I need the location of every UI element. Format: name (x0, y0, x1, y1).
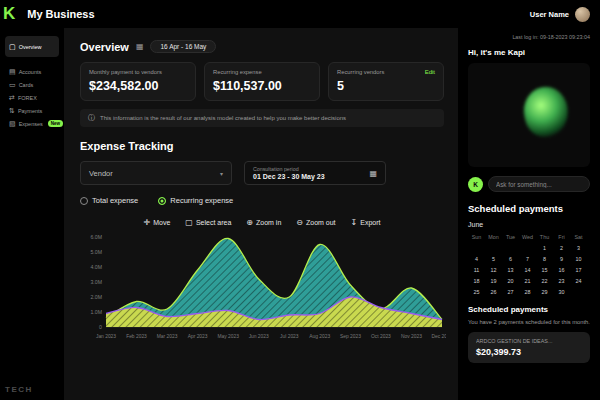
y-tick-label: 2.0M (90, 294, 102, 300)
move-icon: ✛ (143, 218, 150, 227)
y-tick-label: 4.0M (90, 264, 102, 270)
radio-recurring-expense[interactable]: Recurring expense (158, 196, 233, 205)
calendar-day[interactable]: 20 (502, 275, 519, 286)
vendor-select-value: Vendor (89, 169, 113, 178)
scheduled-payments-summary: You have 2 payments scheduled for this m… (468, 318, 590, 326)
calendar-day[interactable]: 9 (553, 253, 570, 264)
stat-label: Recurring vendors (337, 69, 384, 75)
calendar-day[interactable]: 5 (485, 253, 502, 264)
x-tick-label: Jul 2023 (280, 334, 299, 339)
calendar-day[interactable]: 24 (570, 275, 587, 286)
payment-card[interactable]: ARDCO GESTION DE IDEAS... $20,399.73 (468, 332, 590, 363)
x-tick-label: Jun 2023 (249, 334, 269, 339)
calendar-day[interactable]: 27 (502, 286, 519, 297)
zoom-in-button[interactable]: ⊕Zoom in (246, 218, 281, 227)
ask-kapi-input[interactable] (488, 176, 590, 192)
calendar-day[interactable]: 13 (502, 264, 519, 275)
calendar-day[interactable]: 26 (485, 286, 502, 297)
sidebar-item-label: Cards (19, 82, 34, 88)
brand-logo-icon: K (3, 4, 15, 24)
page-title: My Business (27, 8, 94, 20)
y-tick-label: 1.0M (90, 309, 102, 315)
radio-total-expense[interactable]: Total expense (80, 196, 138, 205)
calendar-week-row: 45678910 (468, 253, 590, 264)
calendar-day[interactable]: 12 (485, 264, 502, 275)
calendar-day[interactable]: 8 (536, 253, 553, 264)
zoom-out-button[interactable]: ⊖Zoom out (296, 218, 335, 227)
export-button[interactable]: ↧Export (351, 218, 381, 227)
calendar-icon[interactable]: ▦ (369, 169, 377, 178)
radio-circle-icon (158, 197, 166, 205)
calendar-day[interactable]: 7 (519, 253, 536, 264)
radio-total-label: Total expense (92, 196, 138, 205)
user-avatar[interactable] (575, 7, 590, 22)
stat-cards-row: Monthly payment to vendors$234,582.00Rec… (80, 62, 444, 101)
calendar-day-header: Sun (468, 231, 485, 242)
calendar-day-header: Fri (553, 231, 570, 242)
calendar-day[interactable]: 21 (519, 275, 536, 286)
stat-card-header: Recurring expense (213, 69, 311, 75)
calendar-day[interactable]: 23 (553, 275, 570, 286)
chart-toolbar: ✛Move▢Select area⊕Zoom in⊖Zoom out↧Expor… (80, 218, 444, 227)
calendar-day[interactable]: 18 (468, 275, 485, 286)
overview-title: Overview (80, 41, 129, 53)
sidebar-item-cards[interactable]: ▭Cards (5, 78, 59, 91)
calendar-day[interactable]: 14 (519, 264, 536, 275)
expense-chart-svg[interactable]: 01.0M2.0M3.0M4.0M5.0M6.0MJan 2023Feb 202… (80, 231, 446, 353)
last-login-text: Last log in: 09-18-2023 09:23:04 (468, 34, 590, 40)
calendar-day[interactable]: 16 (553, 264, 570, 275)
calendar-day[interactable]: 30 (553, 286, 570, 297)
sidebar-item-expenses[interactable]: ▧ExpensesNew (5, 117, 59, 130)
calendar-day[interactable]: 1 (536, 242, 553, 253)
expense-chart[interactable]: 01.0M2.0M3.0M4.0M5.0M6.0MJan 2023Feb 202… (80, 231, 444, 357)
calendar-day[interactable]: 10 (570, 253, 587, 264)
move-button[interactable]: ✛Move (143, 218, 170, 227)
user-name: User Name (530, 10, 569, 19)
select-area-button[interactable]: ▢Select area (185, 218, 231, 227)
calendar-day[interactable]: 3 (570, 242, 587, 253)
calendar-day[interactable]: 28 (519, 286, 536, 297)
sidebar-item-overview[interactable]: ▢Overview (5, 36, 59, 57)
calendar-icon[interactable]: ▦ (136, 42, 144, 51)
edit-link[interactable]: Edit (425, 69, 435, 75)
sidebar-item-payments[interactable]: ⇅Payments (5, 104, 59, 117)
y-tick-label: 3.0M (90, 279, 102, 285)
tool-label: Move (153, 219, 170, 226)
calendar-day-header: Wed (519, 231, 536, 242)
expense-tracking-title: Expense Tracking (80, 140, 444, 152)
radio-recurring-label: Recurring expense (170, 196, 233, 205)
calendar-week-row: 123 (468, 242, 590, 253)
cards-icon: ▭ (9, 81, 16, 88)
calendar-day (468, 242, 485, 253)
calendar-day (502, 242, 519, 253)
stat-card: Recurring vendorsEdit5 (328, 62, 444, 101)
left-sidebar: ▢Overview▤Accounts▭Cards⇄FOREX⇅Payments▧… (0, 28, 64, 400)
calendar-day (570, 286, 587, 297)
stat-label: Recurring expense (213, 69, 262, 75)
kapi-blob-icon (519, 83, 572, 141)
calendar-day[interactable]: 19 (485, 275, 502, 286)
calendar-day[interactable]: 2 (553, 242, 570, 253)
date-range-pill[interactable]: 16 Apr - 16 May (150, 40, 216, 53)
info-banner: ⓘ This information is the result of our … (80, 109, 444, 127)
consultation-period-field[interactable]: Consultation period 01 Dec 23 - 30 May 2… (244, 161, 386, 185)
sidebar-item-accounts[interactable]: ▤Accounts (5, 65, 59, 78)
calendar-day-header: Thu (536, 231, 553, 242)
calendar-day[interactable]: 11 (468, 264, 485, 275)
calendar-day[interactable]: 25 (468, 286, 485, 297)
calendar-day[interactable]: 22 (536, 275, 553, 286)
accounts-icon: ▤ (9, 68, 16, 75)
select-area-icon: ▢ (185, 218, 193, 227)
calendar-day[interactable]: 15 (536, 264, 553, 275)
sidebar-item-label: Payments (18, 108, 42, 114)
calendar-day[interactable]: 6 (502, 253, 519, 264)
calendar-day[interactable]: 29 (536, 286, 553, 297)
calendar-day-header: Sat (570, 231, 587, 242)
filter-controls: Vendor ▾ Consultation period 01 Dec 23 -… (80, 161, 444, 185)
calendar-day-header: Mon (485, 231, 502, 242)
info-banner-text: This information is the result of our an… (100, 115, 346, 121)
calendar-day[interactable]: 4 (468, 253, 485, 264)
sidebar-item-forex[interactable]: ⇄FOREX (5, 91, 59, 104)
vendor-select[interactable]: Vendor ▾ (80, 161, 232, 185)
calendar-day[interactable]: 17 (570, 264, 587, 275)
